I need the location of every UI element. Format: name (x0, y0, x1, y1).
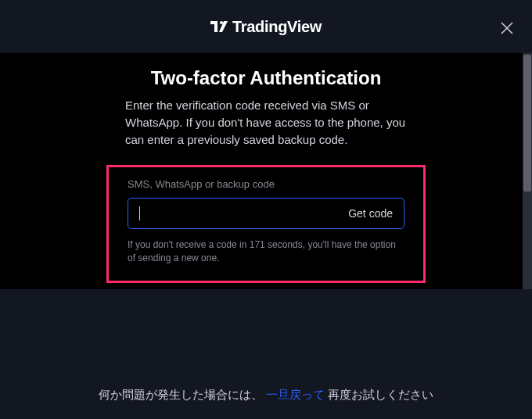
svg-rect-1 (214, 21, 217, 32)
footer-suffix: 再度お試しください (328, 388, 433, 401)
content-area: Two-factor Authentication Enter the veri… (0, 53, 532, 289)
dialog-title: Two-factor Authentication (125, 67, 407, 89)
code-input[interactable] (139, 207, 348, 220)
close-button[interactable] (498, 19, 516, 38)
footer-message: 何か問題が発生した場合には、 一旦戻って 再度お試しください (99, 388, 433, 403)
close-icon (501, 22, 513, 34)
scrollbar-thumb[interactable] (523, 55, 531, 192)
vertical-scrollbar[interactable] (523, 53, 532, 289)
text-cursor (139, 206, 140, 220)
brand-logo: TradingView (210, 18, 322, 36)
code-input-label: SMS, WhatsApp or backup code (128, 178, 404, 190)
footer-back-link[interactable]: 一旦戻って (266, 388, 325, 401)
dialog-description: Enter the verification code received via… (125, 97, 407, 148)
get-code-button[interactable]: Get code (348, 207, 393, 220)
tradingview-icon (210, 18, 228, 35)
svg-point-2 (220, 21, 223, 24)
code-input-wrapper[interactable]: Get code (128, 198, 404, 229)
footer-prefix: 何か問題が発生した場合には、 (99, 388, 263, 401)
form-area: SMS, WhatsApp or backup code Get code If… (106, 165, 426, 283)
code-hint-text: If you don't receive a code in 171 secon… (128, 238, 404, 265)
footer: 何か問題が発生した場合には、 一旦戻って 再度お試しください (0, 371, 532, 419)
main-content: Two-factor Authentication Enter the veri… (0, 67, 532, 283)
brand-name: TradingView (232, 18, 322, 36)
dialog-header: TradingView (0, 0, 532, 53)
